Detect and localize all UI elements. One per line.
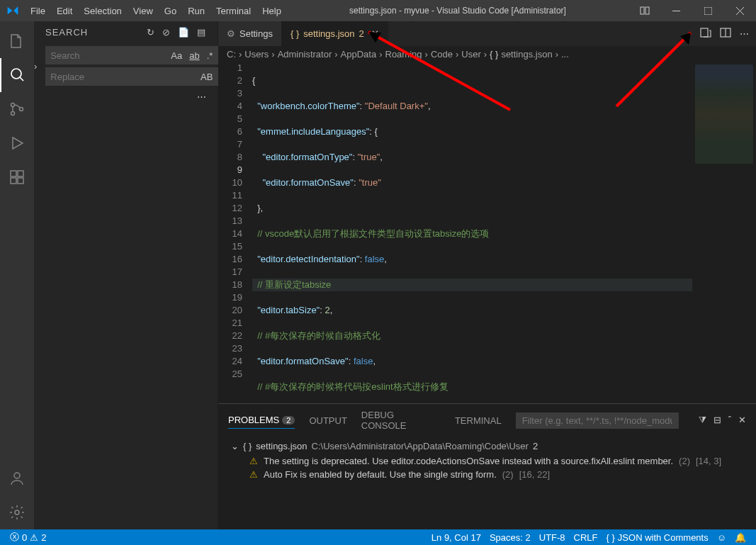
problem-location: [14, 3] bbox=[696, 456, 721, 466]
layout-icon[interactable] bbox=[628, 0, 660, 21]
problem-message: The setting is deprecated. Use editor.co… bbox=[264, 456, 673, 466]
collapse-icon[interactable]: ▤ bbox=[197, 27, 206, 38]
tab-settings-json[interactable]: { } settings.json 2 ✕ bbox=[282, 21, 388, 46]
explorer-icon[interactable] bbox=[0, 24, 34, 58]
gear-icon[interactable] bbox=[0, 495, 34, 529]
menu-help[interactable]: Help bbox=[256, 1, 287, 21]
problem-item[interactable]: ⚠ The setting is deprecated. Use editor.… bbox=[231, 456, 743, 466]
minimize-button[interactable] bbox=[660, 0, 692, 21]
close-panel-icon[interactable]: ✕ bbox=[738, 415, 746, 426]
svg-rect-7 bbox=[704, 7, 712, 15]
tab-settings-label: Settings bbox=[239, 28, 273, 39]
json-icon: { } bbox=[243, 441, 252, 451]
menu-edit[interactable]: Edit bbox=[51, 1, 78, 21]
status-cursor[interactable]: Ln 9, Col 17 bbox=[427, 532, 485, 543]
replace-input-wrap: AB bbox=[45, 67, 219, 86]
warning-icon: ⚠ bbox=[249, 456, 258, 466]
problem-count: (2) bbox=[679, 456, 690, 466]
problem-count-badge: 2 bbox=[533, 441, 538, 451]
search-icon[interactable] bbox=[0, 58, 34, 92]
tab-bar: ⚙ Settings { } settings.json 2 ✕ ⋯ bbox=[218, 21, 756, 46]
problem-count: (2) bbox=[502, 469, 514, 480]
debug-icon[interactable] bbox=[0, 126, 34, 160]
menu-terminal[interactable]: Terminal bbox=[210, 1, 256, 21]
menu-run[interactable]: Run bbox=[182, 1, 210, 21]
sidebar-title: SEARCH bbox=[45, 27, 88, 38]
code-editor[interactable]: 1234567891011121314151617181920212223242… bbox=[218, 62, 756, 403]
breadcrumb[interactable]: C:› Users› Administrator› AppData› Roami… bbox=[218, 46, 756, 62]
problem-file-row[interactable]: ⌄ { } settings.json C:\Users\Administrat… bbox=[231, 441, 743, 451]
search-input[interactable] bbox=[50, 50, 169, 61]
feedback-icon[interactable]: ☺ bbox=[713, 532, 730, 543]
menu-go[interactable]: Go bbox=[159, 1, 182, 21]
tab-file-label: settings.json bbox=[303, 28, 354, 39]
replace-input[interactable] bbox=[50, 72, 199, 82]
menubar: File Edit Selection View Go Run Terminal… bbox=[25, 1, 287, 21]
svg-point-12 bbox=[11, 103, 15, 107]
warning-icon: ⚠ bbox=[249, 469, 258, 480]
match-word-icon[interactable]: ab bbox=[188, 49, 201, 62]
json-icon: { } bbox=[290, 28, 299, 39]
svg-rect-4 bbox=[641, 7, 644, 14]
filter-icon[interactable]: ⧩ bbox=[699, 415, 706, 426]
minimap[interactable] bbox=[692, 62, 756, 403]
code-content[interactable]: { "workbench.colorTheme": "Default Dark+… bbox=[252, 62, 692, 403]
editor-main: ⚙ Settings { } settings.json 2 ✕ ⋯ C:› U… bbox=[218, 21, 756, 529]
match-case-icon[interactable]: Aa bbox=[169, 49, 184, 62]
chevron-up-icon[interactable]: ˆ bbox=[728, 415, 731, 426]
regex-icon[interactable]: .* bbox=[205, 49, 215, 62]
chevron-down-icon: ⌄ bbox=[231, 441, 239, 451]
status-indent[interactable]: Spaces: 2 bbox=[485, 532, 535, 543]
problem-file-path: C:\Users\Administrator\AppData\Roaming\C… bbox=[312, 441, 529, 451]
close-icon[interactable]: ✕ bbox=[371, 28, 379, 39]
status-eol[interactable]: CRLF bbox=[570, 532, 602, 543]
maximize-button[interactable] bbox=[692, 0, 724, 21]
tab-settings[interactable]: ⚙ Settings bbox=[218, 21, 282, 46]
menu-selection[interactable]: Selection bbox=[78, 1, 127, 21]
extensions-icon[interactable] bbox=[0, 160, 34, 194]
status-encoding[interactable]: UTF-8 bbox=[535, 532, 570, 543]
svg-rect-5 bbox=[645, 7, 649, 14]
status-errors[interactable]: ⓧ 0 ⚠ 2 bbox=[6, 531, 50, 544]
panel-tab-output[interactable]: OUTPUT bbox=[309, 412, 346, 429]
problems-filter-input[interactable] bbox=[516, 412, 679, 429]
svg-rect-17 bbox=[11, 178, 16, 184]
account-icon[interactable] bbox=[0, 461, 34, 495]
clear-icon[interactable]: ⊘ bbox=[162, 27, 171, 38]
problem-location: [16, 22] bbox=[519, 469, 550, 480]
panel-tab-terminal[interactable]: TERMINAL bbox=[455, 412, 502, 429]
problem-item[interactable]: ⚠ Auto Fix is enabled by default. Use th… bbox=[231, 469, 743, 480]
svg-point-13 bbox=[11, 112, 15, 116]
settings-icon: ⚙ bbox=[227, 28, 235, 39]
svg-rect-22 bbox=[701, 28, 708, 37]
svg-point-21 bbox=[15, 510, 19, 515]
line-numbers: 1234567891011121314151617181920212223242… bbox=[218, 62, 252, 403]
scm-icon[interactable] bbox=[0, 92, 34, 126]
refresh-icon[interactable]: ↻ bbox=[147, 27, 155, 38]
svg-line-11 bbox=[20, 77, 23, 81]
panel-tab-problems[interactable]: PROBLEMS2 bbox=[228, 412, 295, 429]
preserve-case-icon[interactable]: AB bbox=[199, 70, 214, 84]
new-file-icon[interactable]: 📄 bbox=[178, 27, 190, 38]
toggle-details-icon[interactable]: ⋯ bbox=[197, 91, 206, 102]
panel-tab-debug[interactable]: DEBUG CONSOLE bbox=[361, 407, 441, 434]
vscode-logo bbox=[0, 5, 25, 16]
more-icon[interactable]: ⋯ bbox=[740, 28, 749, 39]
problem-file-name: settings.json bbox=[256, 441, 307, 451]
bell-icon[interactable]: 🔔 bbox=[730, 532, 750, 543]
status-lang[interactable]: { } JSON with Comments bbox=[602, 532, 713, 543]
open-settings-icon[interactable] bbox=[700, 27, 711, 40]
menu-view[interactable]: View bbox=[128, 1, 159, 21]
close-button[interactable] bbox=[724, 0, 756, 21]
window-controls bbox=[628, 0, 756, 21]
collapse-all-icon[interactable]: ⊟ bbox=[713, 415, 721, 426]
menu-file[interactable]: File bbox=[25, 1, 51, 21]
sidebar-search: SEARCH ↻ ⊘ 📄 ▤ › Aa ab .* bbox=[34, 21, 218, 529]
problem-message: Auto Fix is enabled by default. Use the … bbox=[264, 469, 497, 480]
search-input-wrap: Aa ab .* bbox=[45, 46, 219, 64]
svg-rect-6 bbox=[672, 11, 680, 11]
activity-bar bbox=[0, 21, 34, 529]
svg-rect-19 bbox=[18, 171, 23, 176]
split-editor-icon[interactable] bbox=[720, 27, 731, 40]
status-bar: ⓧ 0 ⚠ 2 Ln 9, Col 17 Spaces: 2 UTF-8 CRL… bbox=[0, 529, 756, 545]
